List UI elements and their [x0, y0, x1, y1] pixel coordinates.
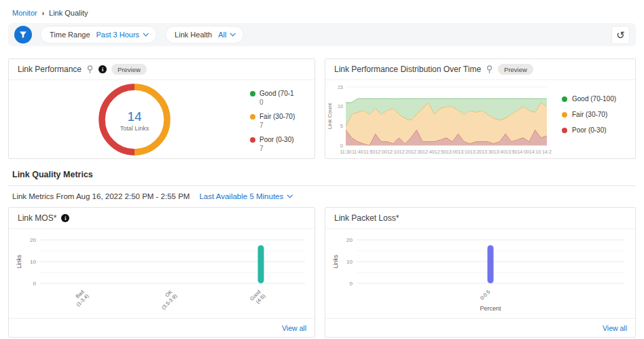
svg-text:13:50: 13:50: [505, 149, 518, 154]
svg-text:10: 10: [346, 259, 353, 265]
link-health-value: All: [218, 31, 226, 39]
legend-dot-icon: [250, 114, 255, 120]
svg-text:Total Links: Total Links: [120, 125, 149, 132]
preview-badge: Preview: [498, 64, 533, 75]
legend-dot-icon: [562, 128, 567, 133]
packet-loss-card-header: Link Packet Loss*: [325, 208, 635, 229]
link-performance-card-body: 14Total Links Good (70-10Fair (30-70)7Po…: [9, 80, 315, 159]
breadcrumb-current: Link Quality: [49, 9, 88, 17]
breadcrumb: Monitor › Link Quality: [0, 0, 644, 17]
svg-text:0: 0: [33, 281, 37, 287]
donut-legend-item[interactable]: Good (70-10: [250, 90, 315, 106]
svg-text:12:10: 12:10: [387, 149, 399, 154]
svg-text:11:30: 11:30: [340, 149, 352, 154]
view-all-link[interactable]: View all: [603, 324, 627, 332]
svg-text:14:2: 14:2: [542, 149, 552, 154]
svg-text:11:40: 11:40: [352, 149, 363, 154]
legend-value: 0: [260, 99, 315, 106]
svg-text:20: 20: [346, 237, 353, 243]
filter-funnel-button[interactable]: [14, 26, 32, 43]
legend-dot-icon: [562, 96, 567, 102]
time-window-selector[interactable]: Last Available 5 Minutes: [199, 192, 291, 200]
metrics-line: Link Metrics From Aug 16, 2022 2:50 PM -…: [12, 192, 632, 200]
info-icon[interactable]: i: [61, 214, 69, 222]
svg-text:Links: Links: [332, 255, 339, 268]
pin-icon[interactable]: [86, 65, 94, 74]
packet-loss-card: Link Packet Loss* 01020Links0-0.5Percent…: [325, 207, 636, 338]
donut-legend-item[interactable]: Fair (30-70)7: [250, 113, 315, 129]
legend-label: Fair (30-70): [572, 111, 607, 118]
legend-label: Fair (30-70): [260, 113, 295, 120]
svg-text:13:00: 13:00: [446, 149, 459, 154]
pin-icon[interactable]: [486, 65, 493, 74]
svg-text:Link Count: Link Count: [327, 103, 333, 129]
svg-text:12:30: 12:30: [411, 149, 423, 154]
svg-text:14:00: 14:00: [517, 149, 529, 154]
area-legend-item[interactable]: Fair (30-70): [562, 111, 616, 118]
breadcrumb-link-monitor[interactable]: Monitor: [12, 9, 37, 17]
svg-text:Links: Links: [16, 255, 22, 268]
preview-badge: Preview: [111, 64, 147, 75]
time-range-label: Time Range: [50, 31, 90, 39]
svg-text:12:20: 12:20: [399, 149, 411, 154]
reset-filters-button[interactable]: ↺: [611, 26, 630, 44]
svg-text:0: 0: [350, 281, 353, 287]
donut-legend: Good (70-10Fair (30-70)7Poor (0-30)7: [250, 80, 315, 159]
time-range-value: Past 3 Hours: [96, 31, 140, 39]
svg-text:14:10: 14:10: [529, 149, 541, 154]
area-chart-legend: Good (70-100)Fair (30-70)Poor (0-30): [552, 80, 616, 159]
donut-legend-item[interactable]: Poor (0-30)7: [250, 136, 315, 152]
distribution-card: Link Performance Distribution Over Time …: [325, 58, 636, 159]
svg-text:13:30: 13:30: [482, 149, 494, 154]
metrics-timerange-text: Link Metrics From Aug 16, 2022 2:50 PM -…: [12, 192, 190, 200]
chevron-down-icon: [230, 31, 236, 36]
view-all-link[interactable]: View all: [282, 324, 306, 332]
info-icon[interactable]: i: [99, 65, 107, 73]
packet-loss-card-body: 01020Links0-0.5Percent: [325, 229, 635, 318]
card-title: Link Performance: [18, 65, 82, 74]
time-range-filter[interactable]: Time Range Past 3 Hours: [40, 26, 157, 43]
top-cards-row: Link Performance i Preview 14Total Links…: [8, 58, 636, 159]
legend-label: Good (70-1: [260, 90, 294, 97]
card-title: Link Packet Loss*: [334, 213, 399, 223]
distribution-area-chart: 05101511:3011:4011:5012:0012:1012:2012:3…: [325, 80, 552, 159]
svg-text:14: 14: [127, 109, 142, 124]
section-divider: [8, 185, 636, 186]
legend-label: Poor (0-30): [572, 126, 607, 134]
bottom-cards-row: Link MOS* i 01020LinksBad(1-3.4)OK(3.5-3…: [8, 207, 636, 338]
svg-text:10: 10: [30, 259, 36, 265]
svg-text:13:40: 13:40: [494, 149, 506, 154]
link-health-filter[interactable]: Link Health All: [165, 26, 244, 43]
breadcrumb-separator-icon: ›: [42, 10, 44, 17]
chevron-down-icon: [287, 192, 293, 198]
area-legend-item[interactable]: Poor (0-30): [562, 126, 616, 134]
card-title: Link Performance Distribution Over Time: [334, 65, 481, 74]
svg-text:12:40: 12:40: [423, 149, 435, 154]
area-legend-item[interactable]: Good (70-100): [562, 95, 616, 103]
svg-text:15: 15: [338, 84, 343, 90]
filter-bar: Time Range Past 3 Hours Link Health All …: [8, 23, 636, 46]
link-mos-card-footer: View all: [9, 318, 315, 337]
svg-text:Percent: Percent: [480, 305, 501, 312]
legend-value: 7: [260, 122, 315, 129]
legend-dot-icon: [250, 91, 255, 96]
link-mos-card-header: Link MOS* i: [9, 208, 315, 229]
legend-dot-icon: [562, 112, 567, 118]
legend-value: 7: [260, 145, 315, 152]
distribution-card-body: 05101511:3011:4011:5012:0012:1012:2012:3…: [325, 80, 635, 159]
legend-dot-icon: [250, 137, 255, 143]
link-mos-card-body: 01020LinksBad(1-3.4)OK(3.5-3.9)Good(4-5): [9, 229, 315, 318]
legend-label: Good (70-100): [572, 95, 616, 103]
legend-label: Poor (0-30): [260, 136, 294, 143]
svg-text:20: 20: [30, 237, 36, 243]
svg-text:12:50: 12:50: [435, 149, 447, 154]
funnel-icon: [19, 31, 27, 39]
packet-loss-card-footer: View all: [325, 318, 635, 337]
mos-bar-chart: 01020LinksBad(1-3.4)OK(3.5-3.9)Good(4-5): [9, 229, 310, 318]
link-performance-card: Link Performance i Preview 14Total Links…: [8, 58, 315, 159]
link-performance-card-header: Link Performance i Preview: [9, 59, 315, 80]
svg-text:11:50: 11:50: [363, 149, 375, 154]
link-health-label: Link Health: [175, 31, 212, 39]
distribution-card-header: Link Performance Distribution Over Time …: [325, 59, 635, 80]
svg-text:10: 10: [338, 103, 343, 109]
